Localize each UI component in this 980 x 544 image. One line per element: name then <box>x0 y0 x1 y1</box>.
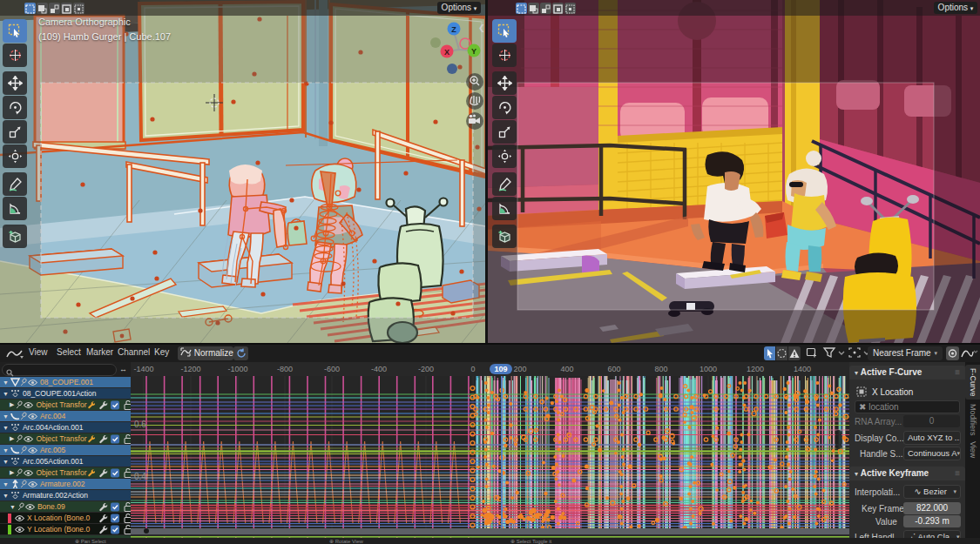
svg-text:0.6: 0.6 <box>134 420 146 429</box>
svg-text:X: X <box>444 48 449 57</box>
svg-text:0.4: 0.4 <box>134 472 146 481</box>
svg-text:Z: Z <box>451 25 456 34</box>
svg-text:Y: Y <box>471 47 476 56</box>
